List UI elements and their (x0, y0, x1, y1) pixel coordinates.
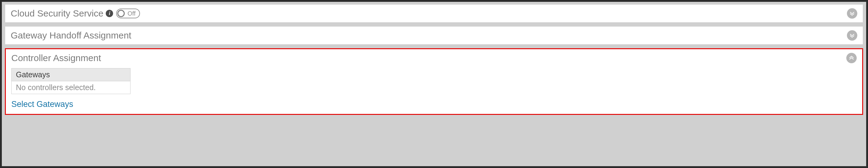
gateway-handoff-panel: Gateway Handoff Assignment (5, 26, 863, 44)
info-icon[interactable]: i (106, 10, 113, 17)
controller-assignment-header[interactable]: Controller Assignment (6, 49, 862, 67)
gateways-table-empty: No controllers selected. (11, 81, 130, 94)
controller-assignment-title: Controller Assignment (11, 53, 101, 63)
controller-assignment-body: Gateways No controllers selected. Select… (6, 67, 862, 114)
gateway-handoff-title: Gateway Handoff Assignment (11, 30, 131, 41)
chevron-down-icon[interactable] (847, 30, 857, 41)
select-gateways-link[interactable]: Select Gateways (11, 100, 73, 109)
cloud-security-panel: Cloud Security Service i Off (5, 4, 863, 23)
controller-assignment-panel: Controller Assignment Gateways No contro… (5, 48, 863, 115)
toggle-state-label: Off (125, 10, 137, 17)
cloud-security-toggle[interactable]: Off (116, 8, 140, 18)
chevron-down-icon[interactable] (847, 8, 857, 19)
cloud-security-header[interactable]: Cloud Security Service i Off (5, 5, 863, 22)
gateways-table-header: Gateways (11, 68, 130, 81)
gateways-table: Gateways No controllers selected. (11, 68, 130, 94)
cloud-security-title: Cloud Security Service (11, 8, 103, 19)
gateway-handoff-header[interactable]: Gateway Handoff Assignment (5, 27, 863, 44)
config-page: Cloud Security Service i Off Gateway Han… (2, 2, 866, 166)
chevron-up-icon[interactable] (846, 53, 857, 63)
toggle-knob-icon (117, 10, 125, 17)
